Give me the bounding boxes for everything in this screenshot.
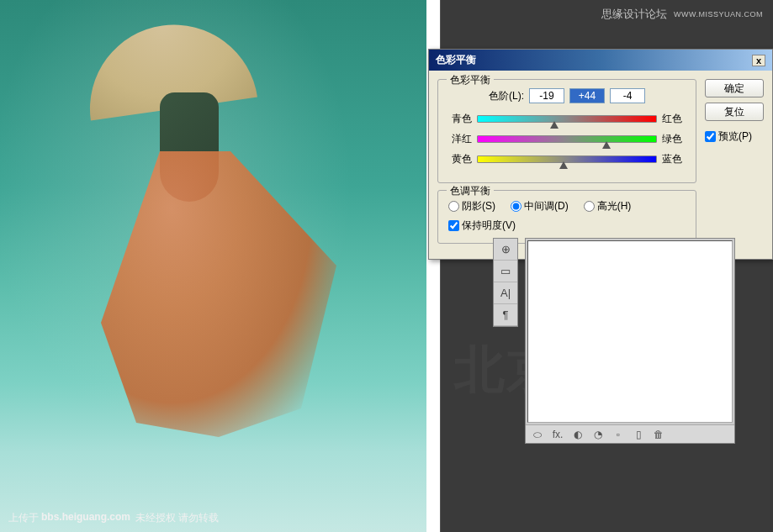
- radio-highlights[interactable]: 高光(H): [584, 199, 632, 213]
- tb-legend: 色调平衡: [447, 184, 494, 198]
- tool-btn-1[interactable]: ⊕: [494, 239, 517, 261]
- slider-magenta-green[interactable]: [477, 135, 657, 144]
- level-input-1[interactable]: [529, 88, 564, 103]
- slider-yellow-label: 黄色: [448, 152, 472, 166]
- tool-btn-4[interactable]: ¶: [494, 304, 517, 326]
- link-icon[interactable]: ⬭: [531, 429, 544, 440]
- credit-prefix: 上传于: [8, 511, 39, 525]
- dialog-title-text: 色彩平衡: [436, 53, 476, 67]
- adjustment-icon[interactable]: ◔: [591, 429, 605, 440]
- close-icon[interactable]: x: [752, 55, 765, 66]
- trash-icon[interactable]: 🗑: [652, 429, 665, 440]
- slider-blue-label: 蓝色: [662, 152, 686, 166]
- radio-midtones[interactable]: 中间调(D): [511, 199, 569, 213]
- canvas-credit: 上传于 bbs.heiguang.com 未经授权 请勿转载: [8, 511, 219, 525]
- slider-magenta-label: 洋红: [448, 132, 472, 146]
- credit-site: bbs.heiguang.com: [41, 511, 130, 525]
- cb-legend: 色彩平衡: [447, 73, 494, 87]
- radio-shadows[interactable]: 阴影(S): [448, 199, 495, 213]
- type-tool-panel: ⊕ ▭ A| ¶: [493, 238, 518, 327]
- layers-list[interactable]: [527, 240, 733, 423]
- level-input-2[interactable]: [569, 88, 605, 103]
- levels-label: 色阶(L):: [489, 89, 524, 103]
- checkbox-preserve-luminosity[interactable]: 保持明度(V): [448, 219, 686, 233]
- canvas-artwork: [101, 25, 320, 429]
- tool-btn-2[interactable]: ▭: [494, 261, 517, 282]
- level-input-3[interactable]: [610, 88, 645, 103]
- slider-thumb-icon[interactable]: [602, 141, 611, 149]
- slider-thumb-icon[interactable]: [559, 161, 568, 169]
- slider-red-label: 红色: [662, 112, 686, 126]
- reset-button[interactable]: 复位: [705, 103, 764, 121]
- folder-icon[interactable]: ▫: [612, 429, 625, 440]
- mask-icon[interactable]: ◐: [571, 429, 585, 440]
- slider-thumb-icon[interactable]: [550, 121, 559, 129]
- dialog-titlebar[interactable]: 色彩平衡 x: [429, 50, 772, 71]
- tone-balance-group: 色调平衡 阴影(S) 中间调(D) 高光(H) 保持明度(V): [437, 190, 696, 244]
- checkbox-preview[interactable]: 预览(P): [705, 129, 764, 144]
- tool-btn-3[interactable]: A|: [494, 282, 517, 304]
- credit-suffix: 未经授权 请勿转载: [135, 511, 219, 525]
- new-layer-icon[interactable]: ▯: [632, 429, 645, 440]
- color-balance-group: 色彩平衡 色阶(L): 青色 红色 洋红: [437, 79, 696, 183]
- layers-panel: ⬭ fx. ◐ ◔ ▫ ▯ 🗑: [525, 238, 735, 444]
- header-branding: 思缘设计论坛 WWW.MISSYUAN.COM: [601, 7, 763, 22]
- fx-icon[interactable]: fx.: [551, 429, 564, 440]
- forum-url: WWW.MISSYUAN.COM: [674, 10, 763, 18]
- ok-button[interactable]: 确定: [705, 79, 764, 97]
- slider-yellow-blue[interactable]: [477, 155, 657, 164]
- color-balance-dialog: 色彩平衡 x 色彩平衡 色阶(L): 青色 红色: [428, 49, 773, 260]
- slider-cyan-red[interactable]: [477, 115, 657, 124]
- layers-footer: ⬭ fx. ◐ ◔ ▫ ▯ 🗑: [526, 424, 734, 443]
- forum-name: 思缘设计论坛: [601, 7, 667, 22]
- slider-green-label: 绿色: [662, 132, 686, 146]
- image-canvas[interactable]: 上传于 bbs.heiguang.com 未经授权 请勿转载: [0, 0, 426, 532]
- slider-cyan-label: 青色: [448, 112, 472, 126]
